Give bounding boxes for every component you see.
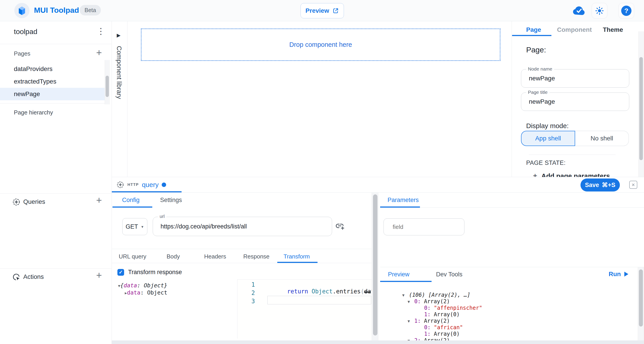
method-select[interactable]: GET ▼ [122, 218, 147, 235]
display-mode-no-shell[interactable]: No shell [575, 131, 629, 146]
tab-config[interactable]: Config [122, 197, 140, 204]
line-number: 2 [244, 290, 255, 296]
tab-theme[interactable]: Theme [603, 26, 623, 33]
tab-preview[interactable]: Preview [388, 271, 410, 278]
result-row[interactable]: ▼(106) [Array(2), …] [383, 286, 633, 292]
sidebar-item-dataProviders[interactable]: dataProviders [0, 63, 105, 75]
tab-component[interactable]: Component [557, 26, 592, 33]
parameter-field[interactable] [384, 218, 464, 235]
sync-status-icon [572, 5, 586, 16]
pages-scrollbar-thumb[interactable] [106, 76, 109, 97]
subtab-transform[interactable]: Transform [284, 253, 310, 260]
project-menu-button[interactable]: ⋮ [96, 26, 105, 36]
code-type: Object [312, 288, 333, 295]
actions-section-header: Actions + [0, 271, 112, 285]
preview-result-tree: ▼(106) [Array(2), …] ▼0: Array(2) 0: "af… [383, 286, 633, 344]
schema-child-row[interactable]: ▶data: Object [118, 289, 167, 296]
pages-scrollbar[interactable] [105, 60, 110, 104]
save-button[interactable]: Save ⌘+S [580, 179, 620, 192]
tab-dev-tools[interactable]: Dev Tools [436, 271, 462, 278]
inspector-scrollbar[interactable] [638, 31, 644, 177]
page-title-label: Page title [526, 90, 550, 95]
preview-tab-indicator [380, 281, 432, 282]
queries-section-header: Queries + [0, 196, 112, 210]
sidebar-divider [0, 268, 112, 269]
subtab-url-query[interactable]: URL query [119, 253, 146, 260]
page-state-label: PAGE STATE: [526, 159, 566, 166]
add-page-parameters-clipped[interactable]: +Add page parameters [533, 171, 631, 177]
transform-response-label: Transform response [128, 269, 182, 276]
add-link-icon[interactable] [335, 221, 345, 231]
schema-root-row[interactable]: ▼{data: Object} [118, 282, 167, 289]
subtab-headers[interactable]: Headers [204, 253, 226, 260]
node-name-field[interactable]: Node name [521, 69, 629, 88]
add-page-button[interactable]: + [96, 47, 102, 58]
line-number: 3 [244, 298, 255, 305]
page-title-field[interactable]: Page title [521, 92, 629, 111]
inspector-heading: Page: [526, 46, 546, 54]
inspector-scrollbar-thumb[interactable] [639, 57, 643, 160]
brand-title[interactable]: MUI Toolpad [34, 6, 79, 15]
tree-collapse-icon[interactable]: ▼ [118, 284, 120, 288]
chevron-down-icon: ▼ [141, 225, 144, 229]
tab-page[interactable]: Page [526, 26, 541, 33]
preview-scrollbar[interactable] [638, 267, 644, 344]
display-mode-toggle: App shell No shell [521, 131, 629, 146]
node-name-input[interactable] [521, 69, 629, 87]
request-subtabs-row: URL query Body Headers Response Transfor… [112, 249, 372, 263]
parameters-panel: Parameters Preview Dev Tools Run ▼(106) … [380, 193, 644, 344]
url-field[interactable]: url [153, 217, 332, 236]
transform-tab-indicator [277, 262, 318, 263]
line-number: 1 [244, 281, 255, 288]
actions-icon [12, 273, 20, 281]
http-kind-label: HTTP [128, 183, 139, 187]
query-tab-label: query [142, 181, 158, 189]
save-button-label: Save [585, 182, 599, 189]
query-tab[interactable]: HTTP query [116, 179, 166, 191]
http-query-icon [116, 181, 124, 189]
tab-settings[interactable]: Settings [160, 197, 182, 204]
subtab-body[interactable]: Body [166, 253, 180, 260]
current-line-border [268, 296, 371, 304]
add-query-button[interactable]: + [96, 195, 102, 206]
expand-library-icon[interactable]: ▶ [117, 33, 120, 38]
save-shortcut: ⌘+S [602, 182, 616, 189]
sidebar-item-extractedTypes[interactable]: extractedTypes [0, 75, 105, 88]
query-panel-scrollbar[interactable] [372, 193, 378, 344]
sidebar-item-newPage[interactable]: newPage [0, 88, 105, 100]
drop-zone[interactable]: Drop component here [141, 29, 500, 61]
tree-expand-icon[interactable]: ▶ [125, 291, 127, 295]
add-icon: + [533, 171, 537, 177]
run-button[interactable]: Run [609, 271, 628, 278]
help-button[interactable]: ? [618, 3, 634, 19]
component-library-strip[interactable]: ▶ Component library [112, 21, 128, 177]
preview-scrollbar-thumb[interactable] [639, 269, 643, 326]
tab-parameters[interactable]: Parameters [388, 197, 419, 204]
close-panel-button[interactable]: ✕ [629, 181, 637, 189]
page-item-label: newPage [14, 90, 40, 98]
add-action-button[interactable]: + [96, 270, 102, 281]
code-keyword: return [287, 288, 308, 295]
pages-label: Pages [14, 50, 30, 57]
inspector-divider [529, 154, 616, 155]
code-paren: ( [361, 288, 364, 295]
page-item-label: dataProviders [14, 65, 52, 73]
brand-logo[interactable] [14, 3, 30, 18]
query-panel-scrollbar-thumb[interactable] [373, 194, 378, 335]
theme-toggle-button[interactable] [592, 3, 607, 19]
page-title-input[interactable] [521, 93, 629, 111]
sun-icon [595, 7, 604, 15]
preview-button[interactable]: Preview [300, 3, 344, 18]
sidebar: toolpad ⋮ Pages + dataProviders extracte… [0, 21, 112, 344]
display-mode-app-shell[interactable]: App shell [521, 131, 575, 146]
subtab-response[interactable]: Response [243, 253, 270, 260]
page-hierarchy-label[interactable]: Page hierarchy [14, 109, 53, 116]
sidebar-divider [0, 103, 105, 103]
query-config-area: Config Settings GET ▼ url URL query Body… [112, 193, 372, 344]
url-input[interactable] [153, 217, 332, 236]
schema-key: data [127, 289, 140, 296]
parameter-input[interactable] [384, 219, 464, 235]
app-header: MUI Toolpad Beta Preview [0, 0, 644, 21]
transform-code-editor[interactable]: 1 2 3 return Object.entries(data.messag [237, 279, 372, 339]
transform-response-checkbox[interactable]: ✓ [118, 269, 124, 276]
